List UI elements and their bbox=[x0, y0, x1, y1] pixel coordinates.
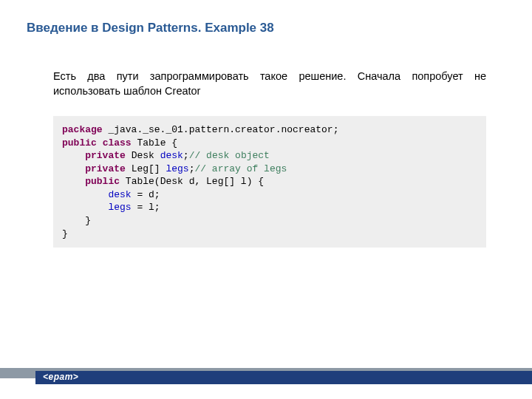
type-desk: Desk bbox=[126, 150, 160, 161]
constructor-signature: Table(Desk d, Leg[] l) { bbox=[120, 176, 264, 187]
keyword-private: private bbox=[85, 163, 126, 174]
field-desk: desk bbox=[160, 150, 183, 161]
package-name: _java._se._01.pattern.creator.nocreator; bbox=[103, 124, 339, 135]
field-legs: legs bbox=[166, 163, 188, 174]
keyword-public: public bbox=[85, 176, 120, 187]
footer-bar-blue bbox=[35, 371, 532, 384]
field-legs-assign: legs bbox=[108, 202, 131, 213]
code-block: package _java._se._01.pattern.creator.no… bbox=[53, 116, 486, 248]
class-name: Table { bbox=[132, 137, 177, 149]
keyword-class: class bbox=[103, 137, 132, 149]
slide-title: Введение в Design Patterns. Example 38 bbox=[0, 0, 532, 35]
keyword-public: public bbox=[62, 137, 97, 149]
close-brace-ctor: } bbox=[62, 215, 91, 226]
type-leg: Leg[] bbox=[126, 163, 166, 174]
close-brace-class: } bbox=[62, 228, 68, 239]
assign-legs: = l; bbox=[132, 202, 160, 213]
keyword-package: package bbox=[62, 124, 103, 135]
footer: <epam> bbox=[0, 368, 532, 384]
comment-desk: // desk object bbox=[189, 150, 270, 161]
field-desk-assign: desk bbox=[108, 189, 131, 200]
slide-body-text: Есть два пути запрограммировать такое ре… bbox=[0, 35, 532, 98]
comment-legs: // array of legs bbox=[194, 163, 287, 174]
assign-desk: = d; bbox=[132, 189, 160, 200]
keyword-private: private bbox=[85, 150, 126, 161]
epam-logo: <epam> bbox=[43, 372, 78, 382]
semicolon: ; bbox=[183, 150, 189, 161]
